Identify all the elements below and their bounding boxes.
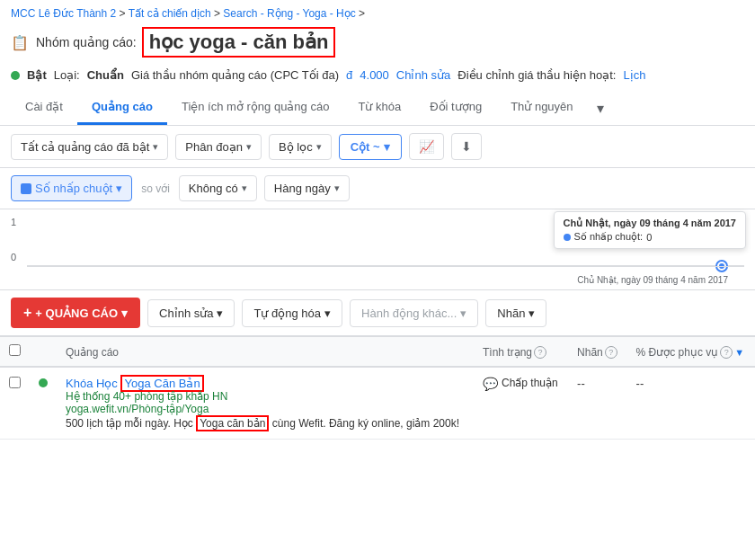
ad-title-line: Khóa Học Yoga Căn Bản xyxy=(66,377,465,390)
download-btn[interactable]: ⬇ xyxy=(451,133,482,160)
col-arrow: ▾ xyxy=(384,140,390,154)
status-cell-content: 💬 Chấp thuận xyxy=(483,377,559,391)
all-ads-arrow: ▾ xyxy=(153,141,158,153)
add-icon: + xyxy=(23,305,31,321)
breadcrumb-search[interactable]: Search - Rộng - Yoga - Học xyxy=(223,7,355,20)
select-all-checkbox[interactable] xyxy=(9,344,21,356)
breadcrumb-mcc[interactable]: MCC Lê Đức Thành 2 xyxy=(11,7,116,20)
breadcrumb-sep3: > xyxy=(359,7,365,20)
filter-dropdown[interactable]: Bộ lọc ▾ xyxy=(269,134,332,160)
action-bar: + + QUẢNG CÁO ▾ Chỉnh sửa ▾ Tự động hóa … xyxy=(0,290,755,336)
filter-label: Bộ lọc xyxy=(279,140,313,154)
chinh-sua-link[interactable]: Chỉnh sửa xyxy=(396,68,450,82)
tooltip-value: 0 xyxy=(646,232,652,243)
chart-area: 1 0 Chủ Nhật, ngày 09 tháng 4 năm 2017 S… xyxy=(0,209,755,290)
tab-doi-tuong[interactable]: Đối tượng xyxy=(415,91,496,125)
lich-link[interactable]: Lịch xyxy=(623,68,645,82)
row-dot-cell xyxy=(30,367,57,440)
ad-description: 500 lịch tập mỗi ngày. Học Yoga căn bản … xyxy=(66,417,465,430)
edit-label: Chỉnh sửa xyxy=(159,307,213,320)
toolbar-row2: Số nhấp chuột ▾ so với Không có ▾ Hàng n… xyxy=(0,168,755,209)
daily-dropdown[interactable]: Hàng ngày ▾ xyxy=(264,175,350,201)
row-ad-cell: Khóa Học Yoga Căn Bản Hệ thống 40+ phòng… xyxy=(57,367,474,440)
table-header-row: Quảng cáo Tình trạng ? Nhãn ? % Được phụ… xyxy=(0,337,755,368)
segment-arrow: ▾ xyxy=(246,141,252,153)
breadcrumb-sep2: > xyxy=(214,7,223,20)
status-row: Bật Loại: Chuẩn Giá thầu nhóm quảng cáo … xyxy=(0,65,755,91)
loai-value: Chuẩn xyxy=(87,68,124,82)
nhan-label: Nhãn xyxy=(497,307,525,320)
add-label: + QUẢNG CÁO xyxy=(35,307,118,320)
clicks-dropdown[interactable]: Số nhấp chuột ▾ xyxy=(11,175,132,201)
page-title-value: học yoga - căn bản xyxy=(142,27,336,58)
th-pct: % Được phục vụ ? ▼ xyxy=(627,337,755,368)
tab-thu-nguyen[interactable]: Thử nguyên xyxy=(496,91,587,125)
pct-help-icon[interactable]: ? xyxy=(720,346,733,359)
action-arrow: ▾ xyxy=(460,307,466,320)
chart-icon-btn[interactable]: 📈 xyxy=(409,133,444,160)
add-arrow: ▾ xyxy=(121,307,128,320)
nhan-help-icon[interactable]: ? xyxy=(605,346,617,359)
row-checkbox[interactable] xyxy=(9,377,21,388)
nhan-arrow: ▾ xyxy=(528,307,535,320)
gia-currency: đ xyxy=(346,68,352,82)
table-row: Khóa Học Yoga Căn Bản Hệ thống 40+ phòng… xyxy=(0,367,755,440)
page-title-label: Nhóm quảng cáo: xyxy=(36,35,137,49)
none-dropdown[interactable]: Không có ▾ xyxy=(179,175,257,201)
th-pct-label: % Được phục vụ xyxy=(636,346,719,359)
page-title-row: 📋 Nhóm quảng cáo: học yoga - căn bản xyxy=(0,23,755,65)
ads-table: Quảng cáo Tình trạng ? Nhãn ? % Được phụ… xyxy=(0,336,755,440)
nhan-button[interactable]: Nhãn ▾ xyxy=(485,299,546,327)
nhan-value: -- xyxy=(577,377,585,390)
daily-label: Hàng ngày xyxy=(274,182,331,195)
th-nhan-label: Nhãn xyxy=(577,346,603,359)
auto-label: Tự động hóa xyxy=(253,307,321,320)
chart-y-bottom: 0 xyxy=(11,252,16,262)
none-arrow: ▾ xyxy=(242,182,247,194)
pct-value: -- xyxy=(636,377,644,390)
tooltip-metric-row: Số nhấp chuột: 0 xyxy=(564,231,737,243)
auto-button[interactable]: Tự động hóa ▾ xyxy=(242,299,342,327)
tab-quang-cao[interactable]: Quảng cáo xyxy=(77,91,167,125)
add-ad-button[interactable]: + + QUẢNG CÁO ▾ xyxy=(11,298,140,328)
chat-icon: 💬 xyxy=(483,377,498,391)
gia-value: 4.000 xyxy=(360,68,389,82)
segment-dropdown[interactable]: Phân đoạn ▾ xyxy=(175,134,262,160)
col-label: Cột ~ xyxy=(351,140,380,154)
page-icon: 📋 xyxy=(11,34,29,51)
yoga-highlight-desc: Yoga căn bản xyxy=(196,415,269,431)
th-nhan: Nhãn ? xyxy=(568,337,627,368)
row-pct-cell: -- xyxy=(627,367,755,440)
th-tinh-trang: Tình trạng ? xyxy=(474,337,568,368)
th-tinh-trang-label: Tình trạng xyxy=(483,346,532,359)
tab-cai-dat[interactable]: Cài đặt xyxy=(11,91,77,125)
gia-label: Giá thầu nhóm quảng cáo (CPC Tối đa) xyxy=(131,68,339,82)
filter-arrow: ▾ xyxy=(316,141,322,153)
tab-tien-ich[interactable]: Tiện ích mở rộng quảng cáo xyxy=(167,91,343,125)
ad-url: Hệ thống 40+ phòng tập khắp HN xyxy=(66,390,465,403)
segment-label: Phân đoạn xyxy=(185,140,243,154)
tab-bar: Cài đặt Quảng cáo Tiện ích mở rộng quảng… xyxy=(0,91,755,126)
edit-button[interactable]: Chỉnh sửa ▾ xyxy=(147,299,235,327)
all-ads-dropdown[interactable]: Tất cả quảng cáo đã bật ▾ xyxy=(11,134,168,160)
pct-sort-icon: ▼ xyxy=(734,347,744,358)
th-checkbox xyxy=(0,337,30,368)
chart-baseline xyxy=(27,266,744,267)
breadcrumb-sep1: > xyxy=(120,7,129,20)
breadcrumb-campaigns[interactable]: Tất cả chiến dịch xyxy=(129,7,211,20)
col-dropdown[interactable]: Cột ~ ▾ xyxy=(339,134,402,160)
compare-sep: so với xyxy=(139,182,172,195)
tab-more-button[interactable]: ▾ xyxy=(588,93,613,124)
tooltip-title: Chủ Nhật, ngày 09 tháng 4 năm 2017 xyxy=(564,218,737,229)
row-status-dot xyxy=(39,378,48,387)
tooltip-dot xyxy=(564,234,571,241)
chart-tooltip: Chủ Nhật, ngày 09 tháng 4 năm 2017 Số nh… xyxy=(554,211,747,249)
tinh-trang-help-icon[interactable]: ? xyxy=(534,346,546,359)
action-other-button[interactable]: Hành động khác... ▾ xyxy=(350,299,478,327)
tab-tu-khoa[interactable]: Từ khóa xyxy=(343,91,415,125)
bat-label: Bật xyxy=(27,68,47,82)
row-checkbox-cell xyxy=(0,367,30,440)
toolbar-row1: Tất cả quảng cáo đã bật ▾ Phân đoạn ▾ Bộ… xyxy=(0,126,755,168)
loai-label: Loại: xyxy=(54,68,80,82)
daily-arrow: ▾ xyxy=(334,182,340,194)
